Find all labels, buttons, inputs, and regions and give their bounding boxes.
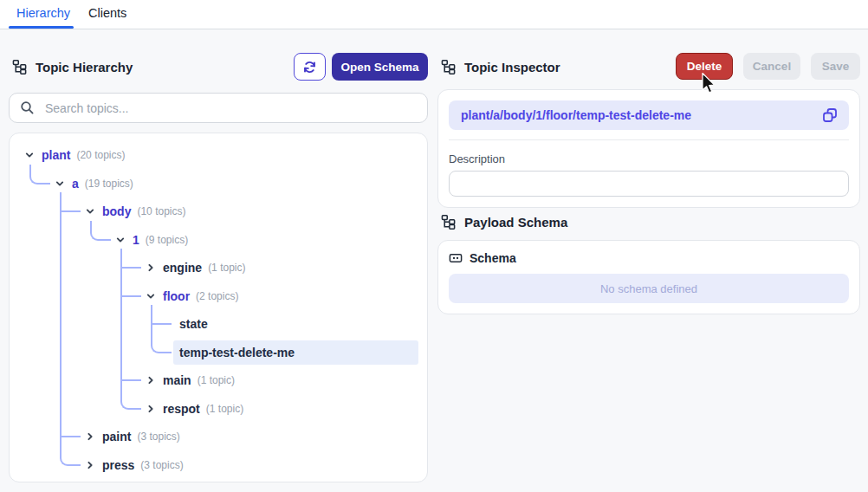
tree-connector [60,339,62,367]
main-content: Topic Hierarchy Open Schema [0,29,868,492]
topic-inspector-header: Topic Inspector Delete Cancel Save [437,53,860,81]
tree-node-label: respot [163,402,200,416]
search-icon [20,100,35,115]
chevron-right-icon[interactable] [144,261,158,275]
tree-connector [90,221,111,241]
topic-inspector-card: plant/a/body/1/floor/temp-test-delete-me… [437,89,860,208]
tab-clients[interactable]: Clients [88,6,126,20]
tab-hierarchy[interactable]: Hierarchy [16,6,70,20]
tree-connector [120,295,141,297]
tree-node-count: (1 topic) [198,374,235,386]
chevron-down-icon[interactable] [83,204,97,218]
tree-node-label: state [179,317,208,331]
tree-node-count: (2 topics) [196,290,238,302]
description-input[interactable] [449,171,849,197]
active-tab-underline [9,26,74,29]
topic-path-pill: plant/a/body/1/floor/temp-test-delete-me [449,100,849,130]
hierarchy-tree-icon [441,59,457,74]
copy-icon [821,107,839,124]
tree-node-body[interactable]: body(10 topics) [23,197,414,226]
tree-node-count: (9 topics) [146,234,188,246]
chevron-right-icon[interactable] [83,458,97,472]
schema-label: Schema [470,251,516,265]
tree-node-engine[interactable]: engine(1 topic) [23,254,414,282]
tree-node-a[interactable]: a(19 topics) [23,170,414,198]
tree-node-label: body [102,204,131,218]
topic-tree: plant(20 topics)a(19 topics)body(10 topi… [9,133,428,482]
tree-connector [120,310,122,339]
tree-connector [60,282,62,311]
schema-icon [449,251,463,265]
tree-node-count: (10 topics) [137,205,185,217]
tree-node-label: paint [102,430,131,443]
search-box[interactable] [9,93,428,123]
tree-connector [60,436,81,437]
tree-connector [120,379,141,381]
tree-node-respot[interactable]: respot(1 topic) [23,395,414,424]
tree-connector [120,277,122,311]
schema-card: Schema No schema defined [437,240,860,314]
tree-node-label: floor [163,289,190,303]
topic-inspector-panel: Topic Inspector Delete Cancel Save plant… [437,29,860,492]
schema-section-header: Schema [449,251,849,265]
tree-node-label: a [72,177,79,191]
tree-node-main[interactable]: main(1 topic) [23,366,414,395]
description-label: Description [449,152,849,165]
tree-connector [60,192,62,226]
tree-connector [60,446,81,466]
tree-node-plant[interactable]: plant(20 topics) [23,141,414,170]
chevron-down-icon[interactable] [23,148,36,162]
tree-node-count: (1 topic) [208,262,245,274]
refresh-icon [302,60,317,74]
tree-node-count: (3 topics) [140,459,183,471]
tree-connector [60,310,62,339]
chevron-right-icon[interactable] [83,430,97,443]
tree-node-paint[interactable]: paint(3 topics) [23,423,414,451]
tree-node-state[interactable]: state [23,310,414,339]
copy-button[interactable] [818,103,842,127]
tree-connector [151,323,172,325]
chevron-right-icon[interactable] [144,373,158,387]
tree-connector [29,165,50,184]
open-schema-button[interactable]: Open Schema [332,53,428,81]
tree-connector [60,366,62,395]
tree-node-count: (3 topics) [137,430,179,443]
tree-node-label: plant [42,148,70,162]
topic-hierarchy-title: Topic Hierarchy [12,59,133,74]
divider [449,139,849,140]
topic-inspector-title: Topic Inspector [441,59,560,74]
tree-connector [151,333,172,353]
panel-title: Topic Hierarchy [36,60,133,74]
tree-node-temp-test-delete-me[interactable]: temp-test-delete-me [23,339,414,367]
tree-connector [60,254,62,282]
tree-node-label: press [102,458,134,472]
tree-connector [120,267,141,269]
payload-schema-title: Payload Schema [464,215,567,230]
tree-node-floor[interactable]: floor(2 topics) [23,282,414,311]
delete-button[interactable]: Delete [676,53,733,80]
tree-node-label: main [163,373,191,387]
topic-hierarchy-panel: Topic Hierarchy Open Schema [9,29,428,492]
chevron-down-icon[interactable] [113,233,127,247]
hierarchy-tree-icon [441,214,457,230]
panel-title: Topic Inspector [464,60,560,74]
tree-node-1[interactable]: 1(9 topics) [23,226,414,255]
tree-node-label: 1 [133,233,139,247]
topic-hierarchy-header: Topic Hierarchy Open Schema [9,53,428,81]
chevron-down-icon[interactable] [144,289,158,303]
cancel-button[interactable]: Cancel [743,53,800,80]
tree-connector [60,226,62,255]
tree-node-label: engine [163,261,202,275]
topic-path: plant/a/body/1/floor/temp-test-delete-me [461,108,691,122]
tab-bar: Hierarchy Clients [0,0,868,29]
no-schema-placeholder: No schema defined [449,274,849,303]
chevron-down-icon[interactable] [53,177,67,191]
search-input[interactable] [43,100,417,116]
tree-node-label: temp-test-delete-me [179,346,295,359]
refresh-button[interactable] [294,53,326,81]
tree-connector [120,390,141,410]
chevron-right-icon[interactable] [144,402,158,416]
save-button[interactable]: Save [811,53,860,80]
tree-node-count: (20 topics) [76,149,125,161]
tree-node-press[interactable]: press(3 topics) [23,451,414,480]
